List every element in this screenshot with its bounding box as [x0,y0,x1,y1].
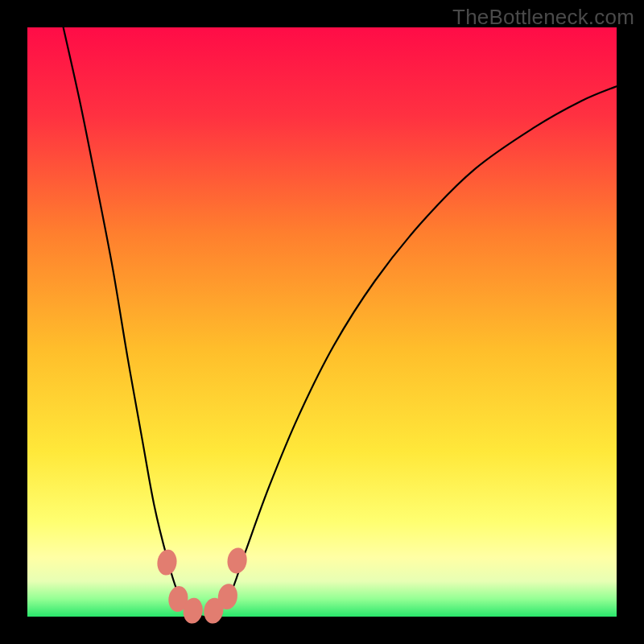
highlight-marker-0 [155,548,178,576]
watermark-text: TheBottleneck.com [452,5,634,30]
bottleneck-curve [64,27,617,617]
chart-svg-layer [27,27,617,617]
chart-frame: TheBottleneck.com [0,0,644,644]
